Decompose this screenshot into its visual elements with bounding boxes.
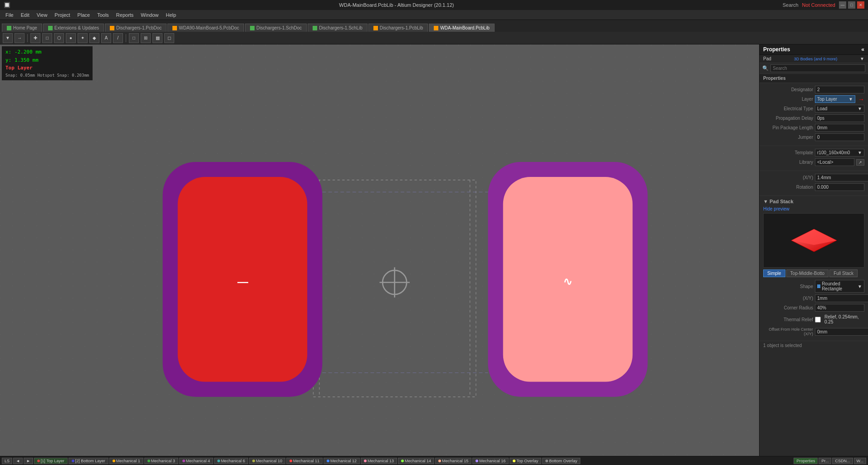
menu-file[interactable]: File — [2, 11, 17, 19]
electrical-type-dropdown[interactable]: Load ▼ — [815, 105, 864, 113]
layer-mechanical-14[interactable]: Mechanical 14 — [398, 458, 434, 464]
pad-x-size-input[interactable] — [815, 294, 868, 302]
x-position-input[interactable] — [815, 174, 868, 181]
layer-top-overlay[interactable]: Top Overlay — [510, 458, 541, 464]
csdn-tab[interactable]: CSDN... — [832, 458, 853, 464]
layer-top-layer[interactable]: [1] Top Layer — [34, 458, 68, 464]
layer-mechanical-11[interactable]: Mechanical 11 — [286, 458, 323, 464]
tab-extensions[interactable]: Extensions & Updates — [43, 24, 104, 32]
layer-mechanical-16[interactable]: Mechanical 16 — [472, 458, 509, 464]
mech13-label: Mechanical 13 — [368, 459, 394, 463]
tab-icon-dischargers-pcblib — [373, 26, 378, 30]
tab-dischargers-pcbdoc[interactable]: Dischargers-1.PcbDoc — [105, 24, 167, 32]
shape-dropdown[interactable]: Rounded Rectangle ▼ — [815, 280, 864, 293]
tool-text[interactable]: A — [101, 33, 111, 43]
layer-mechanical-13[interactable]: Mechanical 13 — [361, 458, 397, 464]
layer-mechanical-4[interactable]: Mechanical 4 — [179, 458, 213, 464]
svg-text:∿: ∿ — [563, 275, 572, 288]
pin-package-length-input[interactable] — [815, 124, 864, 132]
designator-input[interactable] — [815, 86, 864, 93]
menu-view[interactable]: View — [33, 11, 51, 19]
close-button[interactable]: ✕ — [857, 1, 864, 9]
designator-label: Designator — [763, 87, 813, 92]
layer-dropdown[interactable]: Top Layer ▼ — [815, 95, 855, 103]
w-tab[interactable]: W... — [854, 458, 867, 464]
library-edit-btn[interactable]: ↗ — [856, 159, 864, 166]
propagation-delay-label: Propagation Delay — [763, 116, 813, 121]
nav-prev-button[interactable]: ◄ — [13, 458, 23, 464]
propagation-delay-input[interactable] — [815, 114, 864, 122]
tab-home-page[interactable]: Home Page — [2, 24, 42, 32]
tab-full-stack[interactable]: Full Stack — [829, 269, 858, 277]
layer-mechanical-10[interactable]: Mechanical 10 — [249, 458, 285, 464]
layer-mechanical-15[interactable]: Mechanical 15 — [435, 458, 471, 464]
panel-collapse-icon[interactable]: « — [861, 46, 864, 53]
menu-help[interactable]: Help — [162, 11, 180, 19]
search-input[interactable] — [770, 64, 865, 72]
right-tabs: Properties Pr... CSDN... W... — [794, 458, 866, 464]
tool-grid[interactable]: □ — [129, 33, 139, 43]
tab-wda-mainboard-pcblib[interactable]: WDA-MainBoard.PcbLib — [429, 24, 494, 32]
tool-circle[interactable]: ● — [66, 33, 76, 43]
top-layer-label: [1] Top Layer — [41, 459, 64, 463]
tool-poly[interactable]: ⬡ — [54, 33, 64, 43]
filter-icon[interactable]: ▼ — [860, 56, 864, 61]
mech6-dot — [217, 460, 220, 462]
properties-tab[interactable]: Properties — [794, 458, 818, 464]
rotation-input[interactable] — [815, 183, 864, 191]
tab-dischargers-pcblib[interactable]: Dischargers-1.PcbLib — [368, 24, 428, 32]
layer-mechanical-1[interactable]: Mechanical 1 — [109, 458, 143, 464]
menu-project[interactable]: Project — [51, 11, 74, 19]
tool-route[interactable]: → — [15, 33, 25, 43]
template-dropdown[interactable]: r100_160x40m0 ▼ — [815, 149, 864, 157]
tab-icon-extensions — [48, 26, 53, 30]
layer-mechanical-6[interactable]: Mechanical 6 — [214, 458, 248, 464]
tool-star[interactable]: ✦ — [78, 33, 88, 43]
pcb-canvas-svg[interactable]: — ∿ — [0, 44, 759, 456]
tab-dischargers-schlib[interactable]: Dischargers-1.SchLib — [308, 24, 368, 32]
ls-button[interactable]: LS — [2, 458, 12, 464]
menu-edit[interactable]: Edit — [17, 11, 33, 19]
coord-y-label: y: — [5, 57, 15, 63]
tool-fill[interactable]: ▦ — [152, 33, 162, 43]
menu-bar: File Edit View Project Place Tools Repor… — [0, 10, 868, 20]
bottom-layer-dot — [72, 460, 74, 462]
layer-mechanical-3[interactable]: Mechanical 3 — [144, 458, 178, 464]
tool-rect[interactable]: □ — [42, 33, 52, 43]
hide-preview-btn[interactable]: Hide preview — [763, 206, 790, 211]
corner-radius-input[interactable] — [815, 304, 864, 312]
menu-reports[interactable]: Reports — [113, 11, 137, 19]
tool-box[interactable]: ◻ — [164, 33, 174, 43]
offset-x-input[interactable] — [815, 328, 868, 336]
corner-radius-label: Corner Radius — [763, 305, 813, 310]
canvas-area[interactable]: x: -2.200 mm y: 1.350 mm Top Layer Snap:… — [0, 44, 759, 456]
tool-line[interactable]: / — [113, 33, 123, 43]
tab-top-middle-bottom[interactable]: Top-Middle-Botto — [786, 269, 829, 277]
minimize-button[interactable]: — — [839, 1, 846, 9]
thermal-relief-checkbox[interactable] — [815, 317, 821, 323]
tool-select[interactable]: ▼ — [3, 33, 13, 43]
jumper-input[interactable] — [815, 133, 864, 141]
menu-place[interactable]: Place — [74, 11, 94, 19]
tool-diamond[interactable]: ◆ — [89, 33, 99, 43]
mech4-label: Mechanical 4 — [186, 459, 210, 463]
tool-add[interactable]: ✚ — [30, 33, 40, 43]
layer-bottom-overlay[interactable]: Bottom Overlay — [542, 458, 580, 464]
menu-window[interactable]: Window — [137, 11, 162, 19]
tab-simple[interactable]: Simple — [763, 269, 785, 277]
menu-tools[interactable]: Tools — [93, 11, 113, 19]
layer-mechanical-12[interactable]: Mechanical 12 — [324, 458, 360, 464]
electrical-type-label: Electrical Type — [763, 106, 813, 111]
nav-next-button[interactable]: ► — [24, 458, 33, 464]
toolbar-sep-1 — [27, 34, 28, 42]
tab-wda90[interactable]: WDA90-MainBoard-5.PcbDoc — [167, 24, 244, 32]
maximize-button[interactable]: □ — [848, 1, 855, 9]
et-dropdown-arrow: ▼ — [858, 106, 862, 111]
top-layer-dot — [37, 460, 40, 462]
layer-bottom-layer[interactable]: [2] Bottom Layer — [69, 458, 108, 464]
pr-tab[interactable]: Pr... — [819, 458, 831, 464]
pad-preview-svg — [787, 222, 841, 259]
mech16-label: Mechanical 16 — [479, 459, 505, 463]
tab-dischargers-schdoc[interactable]: Dischargers-1.SchDoc — [245, 24, 307, 32]
tool-grid2[interactable]: ⊞ — [141, 33, 151, 43]
